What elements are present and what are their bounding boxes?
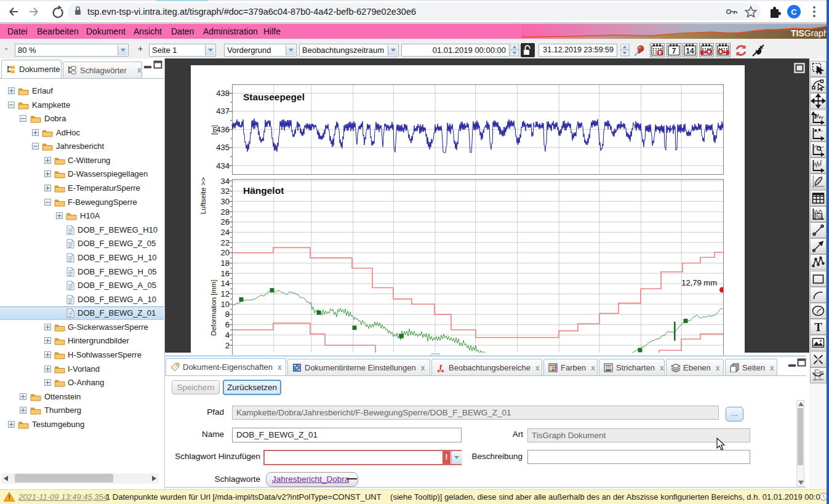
svg-text:Na: Na — [816, 214, 823, 220]
svg-text:10: 10 — [221, 300, 230, 309]
svg-text:[m]: [m] — [210, 125, 218, 135]
svg-text:34: 34 — [221, 177, 230, 186]
svg-text:16: 16 — [221, 269, 230, 278]
svg-text:435: 435 — [216, 143, 230, 152]
svg-text:24: 24 — [221, 228, 230, 237]
svg-text:!: ! — [8, 494, 10, 501]
svg-text:tsp.evn-tsp-vi.intra.iteg.at/t: tsp.evn-tsp-vi.intra.iteg.at/tisgraph/#d… — [87, 7, 416, 17]
svg-text:436: 436 — [216, 125, 230, 134]
svg-text:18: 18 — [221, 258, 230, 268]
svg-text:8: 8 — [225, 310, 230, 319]
svg-text:TISGraph: TISGraph — [791, 28, 828, 38]
svg-text:C: C — [791, 7, 797, 17]
svg-text:Stauseepegel: Stauseepegel — [243, 92, 305, 102]
svg-text:28: 28 — [221, 207, 230, 217]
svg-text:20: 20 — [221, 248, 230, 257]
svg-text:Hängelot: Hängelot — [243, 185, 284, 196]
svg-text:6: 6 — [225, 320, 230, 329]
svg-text:434: 434 — [216, 161, 230, 170]
svg-text:t: t — [820, 159, 822, 165]
svg-text:438: 438 — [216, 89, 230, 98]
svg-text:30: 30 — [221, 197, 230, 206]
svg-text:437: 437 — [216, 106, 230, 116]
svg-text:12,79 mm: 12,79 mm — [681, 278, 717, 287]
svg-text:14: 14 — [686, 47, 694, 55]
svg-text:T: T — [814, 321, 822, 334]
svg-text:4: 4 — [225, 330, 230, 340]
svg-text:t: t — [439, 363, 443, 372]
svg-text:14: 14 — [221, 279, 230, 288]
svg-text:26: 26 — [221, 217, 230, 226]
svg-text:Deformation [mm]: Deformation [mm] — [210, 279, 217, 335]
svg-text:32: 32 — [221, 186, 230, 196]
svg-text:7: 7 — [672, 47, 676, 55]
svg-text:2: 2 — [225, 341, 230, 350]
svg-text:12: 12 — [221, 289, 230, 298]
svg-text:22: 22 — [221, 238, 230, 247]
svg-text:Luftseite >>: Luftseite >> — [199, 177, 207, 214]
